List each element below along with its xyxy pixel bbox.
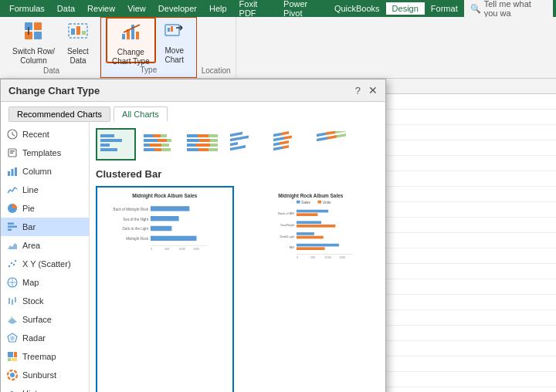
ribbon-group-location: Location bbox=[197, 17, 236, 78]
chart-preview-1[interactable]: Midnight Rock Album Sales Back of Midnig… bbox=[96, 186, 234, 392]
tab-developer[interactable]: Developer bbox=[152, 2, 203, 15]
change-chart-type-button[interactable]: ChangeChart Type bbox=[106, 17, 156, 63]
svg-rect-70 bbox=[144, 144, 150, 147]
svg-rect-111 bbox=[151, 206, 189, 211]
svg-rect-93 bbox=[281, 131, 289, 135]
svg-rect-134 bbox=[296, 236, 323, 239]
tab-recommended-charts[interactable]: Recommended Charts bbox=[8, 106, 110, 122]
change-chart-type-icon bbox=[120, 22, 141, 46]
subtype-3d-clustered-bar[interactable] bbox=[225, 128, 266, 161]
tab-review[interactable]: Review bbox=[81, 2, 121, 15]
chart-type-map[interactable]: Map bbox=[1, 273, 89, 292]
svg-rect-102 bbox=[335, 131, 346, 133]
close-button[interactable]: ✕ bbox=[368, 84, 378, 96]
svg-rect-112 bbox=[151, 216, 179, 221]
svg-rect-25 bbox=[8, 229, 12, 231]
tab-data[interactable]: Data bbox=[51, 2, 81, 15]
switch-icon bbox=[23, 21, 45, 46]
svg-rect-100 bbox=[317, 133, 326, 137]
tab-formulas[interactable]: Formulas bbox=[3, 2, 51, 15]
svg-rect-131 bbox=[296, 221, 320, 224]
chart-type-histogram[interactable]: Histogram bbox=[1, 384, 89, 392]
svg-rect-101 bbox=[326, 131, 335, 135]
radar-chart-icon bbox=[7, 333, 18, 343]
svg-point-28 bbox=[11, 262, 12, 264]
svg-rect-66 bbox=[161, 134, 167, 137]
search-bar[interactable]: 🔍 Tell me what you wa bbox=[464, 0, 553, 18]
svg-rect-96 bbox=[273, 142, 280, 146]
move-chart-button[interactable]: MoveChart bbox=[158, 17, 192, 63]
chart-type-bar[interactable]: Bar bbox=[1, 218, 89, 236]
svg-text:Midnight Rock Album Sales: Midnight Rock Album Sales bbox=[278, 193, 344, 199]
chart-type-area[interactable]: Area bbox=[1, 236, 89, 255]
svg-rect-91 bbox=[230, 145, 246, 150]
chart-section-title: Clustered Bar bbox=[96, 168, 379, 180]
tab-all-charts[interactable]: All Charts bbox=[114, 106, 168, 122]
tab-view[interactable]: View bbox=[121, 2, 152, 15]
chart-type-treemap[interactable]: Treemap bbox=[1, 347, 89, 366]
chart-type-line[interactable]: Line bbox=[1, 181, 89, 199]
svg-rect-61 bbox=[100, 139, 122, 142]
ribbon-group-type: ChangeChart Type MoveChart Type bbox=[100, 17, 197, 78]
dialog-title: Change Chart Type bbox=[8, 85, 100, 96]
bar-chart-icon bbox=[7, 221, 18, 232]
subtype-3d-100-stacked-bar[interactable] bbox=[312, 128, 352, 161]
svg-rect-99 bbox=[283, 145, 289, 149]
select-data-label: SelectData bbox=[67, 47, 89, 66]
chart-type-column[interactable]: Column bbox=[1, 162, 89, 181]
svg-text:Back of Midnight Rock: Back of Midnight Rock bbox=[114, 208, 149, 211]
subtype-stacked-bar[interactable] bbox=[139, 128, 179, 161]
dialog-title-bar: Change Chart Type ? ✕ bbox=[1, 79, 385, 102]
svg-rect-84 bbox=[210, 144, 218, 147]
chart-type-stock[interactable]: Stock bbox=[1, 292, 89, 310]
svg-rect-68 bbox=[158, 139, 167, 142]
subtype-3d-stacked-bar[interactable] bbox=[269, 128, 309, 161]
help-icon[interactable]: ? bbox=[355, 85, 361, 96]
switch-row-column-button[interactable]: Switch Row/Column bbox=[8, 18, 59, 64]
svg-rect-79 bbox=[187, 139, 199, 142]
svg-rect-130 bbox=[296, 213, 317, 216]
svg-rect-85 bbox=[187, 148, 198, 151]
surface-chart-icon bbox=[7, 314, 18, 325]
chart-preview-2[interactable]: Midnight Rock Album Sales Sales Units Ba… bbox=[242, 186, 380, 392]
svg-point-43 bbox=[10, 373, 15, 377]
svg-rect-1 bbox=[34, 22, 42, 30]
svg-rect-133 bbox=[296, 232, 314, 235]
chart-type-recent[interactable]: Recent bbox=[1, 125, 89, 144]
chart-type-pie[interactable]: Pie bbox=[1, 199, 89, 218]
subtype-clustered-bar[interactable] bbox=[96, 128, 136, 161]
svg-rect-113 bbox=[151, 226, 172, 231]
svg-rect-76 bbox=[187, 134, 198, 137]
svg-rect-94 bbox=[273, 137, 284, 141]
tab-quickbooks[interactable]: QuickBooks bbox=[328, 2, 386, 15]
svg-rect-123 bbox=[317, 201, 321, 204]
chart-options-panel: Clustered Bar Midnight Rock Album Sales … bbox=[90, 122, 385, 392]
line-chart-icon bbox=[7, 184, 18, 195]
svg-rect-40 bbox=[14, 352, 17, 357]
svg-rect-60 bbox=[100, 134, 114, 137]
dialog-overlay: Change Chart Type ? ✕ Recommended Charts… bbox=[0, 79, 556, 392]
tab-help[interactable]: Help bbox=[203, 2, 233, 15]
svg-rect-63 bbox=[100, 148, 117, 151]
chart-type-surface[interactable]: Surface bbox=[1, 310, 89, 329]
svg-text:0: 0 bbox=[151, 248, 152, 251]
chart-type-radar[interactable]: Radar bbox=[1, 329, 89, 347]
svg-rect-135 bbox=[296, 244, 338, 247]
chart-type-templates[interactable]: Templates bbox=[1, 144, 89, 162]
svg-text:Dark to the Light: Dark to the Light bbox=[123, 227, 149, 231]
svg-point-29 bbox=[13, 264, 15, 265]
svg-rect-67 bbox=[144, 139, 158, 142]
tab-design[interactable]: Design bbox=[386, 2, 425, 15]
chart-type-xy-scatter[interactable]: X Y (Scatter) bbox=[1, 255, 89, 273]
select-data-button[interactable]: SelectData bbox=[61, 18, 95, 64]
tab-format[interactable]: Format bbox=[425, 2, 464, 15]
select-data-icon bbox=[67, 21, 89, 46]
svg-rect-5 bbox=[71, 29, 75, 35]
svg-rect-83 bbox=[196, 144, 210, 147]
scatter-chart-icon bbox=[7, 259, 18, 269]
chart-type-sunburst[interactable]: Sunburst bbox=[1, 366, 89, 384]
subtype-100-stacked-bar[interactable] bbox=[182, 128, 222, 161]
svg-rect-72 bbox=[161, 144, 169, 147]
svg-rect-42 bbox=[12, 358, 17, 361]
svg-rect-92 bbox=[273, 133, 281, 137]
